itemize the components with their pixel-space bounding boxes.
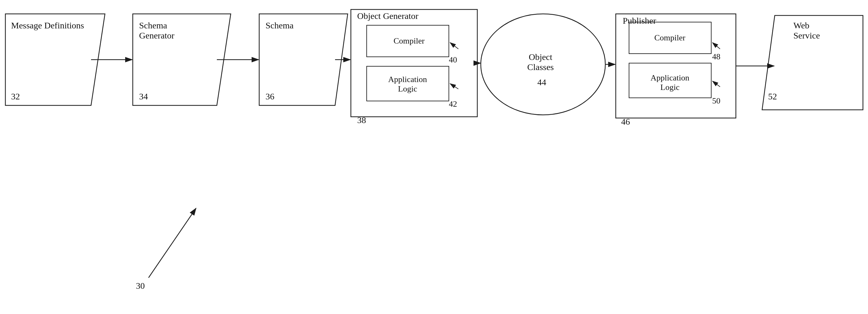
app-logic-1-number: 42 (449, 99, 457, 109)
web-service-label: WebService (794, 21, 820, 41)
obj-gen-number: 38 (357, 115, 366, 125)
web-service-number: 52 (768, 92, 777, 102)
compiler-1-number: 40 (449, 55, 457, 65)
schema-gen-label: SchemaGenerator (139, 21, 175, 41)
diagram-svg (0, 0, 868, 314)
svg-line-21 (149, 208, 196, 278)
app-logic-2-number: 50 (712, 96, 720, 106)
schema-number: 36 (266, 92, 274, 102)
compiler-2-number: 48 (712, 52, 720, 62)
publisher-label: Publisher (623, 16, 656, 26)
compiler-2-label: Compiler (654, 33, 685, 43)
diagram-container: Message Definitions 32 SchemaGenerator 3… (0, 0, 868, 314)
obj-gen-label: Object Generator (357, 11, 418, 21)
compiler-1-label: Compiler (394, 36, 425, 46)
msg-def-label: Message Definitions (11, 21, 84, 31)
app-logic-2-label: ApplicationLogic (651, 73, 689, 92)
reference-number: 30 (136, 281, 145, 291)
schema-label: Schema (266, 21, 293, 31)
publisher-number: 46 (621, 117, 630, 127)
app-logic-1-label: ApplicationLogic (388, 75, 427, 94)
schema-gen-number: 34 (139, 92, 148, 102)
obj-classes-number: 44 (537, 77, 546, 88)
obj-classes-label: ObjectClasses (527, 52, 554, 72)
msg-def-number: 32 (11, 92, 20, 102)
